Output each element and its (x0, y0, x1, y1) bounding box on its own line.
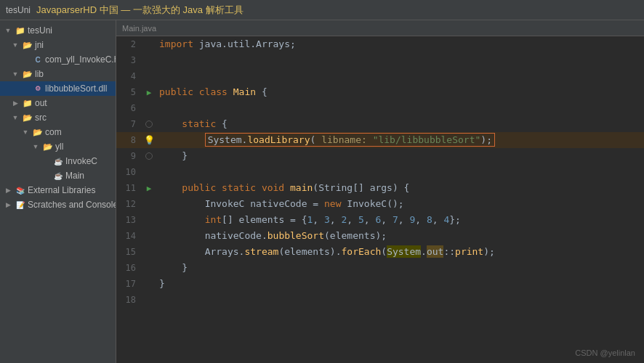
expand-icon: ▼ (10, 40, 20, 50)
run-icon[interactable]: ▶ (147, 184, 152, 193)
line-number: 14 (116, 231, 142, 241)
spacer-icon (41, 156, 51, 166)
tree-label-lib: lib (35, 69, 44, 79)
line-number: 16 (116, 263, 142, 273)
tree-label-main: Main (65, 171, 84, 181)
line-number: 13 (116, 215, 142, 225)
code-content: 2 import java.util.Arrays; 3 4 5 ▶ (116, 36, 644, 308)
tree-label-invokec: InvokeC (65, 156, 97, 166)
expand-icon: ▶ (3, 185, 13, 195)
spacer-icon (41, 171, 51, 181)
line-number: 8 (116, 135, 142, 145)
tree-label-dll: libbubbleSort.dll (45, 83, 107, 94)
line-gutter: ▶ (142, 184, 156, 193)
line-code: int[] elements = {1, 3, 2, 5, 6, 7, 9, 8… (156, 212, 461, 228)
folder-icon: 📂 (23, 69, 33, 79)
line-number: 17 (116, 279, 142, 289)
warning-icon: 💡 (144, 135, 155, 145)
tree-label-root: tesUni (28, 25, 52, 36)
tree-item-invokec[interactable]: ☕ InvokeC (0, 154, 116, 168)
line-code: public static void main(String[] args) { (156, 180, 409, 196)
line-number: 3 (116, 55, 142, 65)
tree-label-ext-lib: External Libraries (28, 185, 95, 195)
code-line-12: 12 InvokeC nativeCode = new InvokeC(); (116, 196, 644, 212)
code-line-18: 18 (116, 292, 644, 308)
tree-item-root[interactable]: ▼ 📁 tesUni (0, 23, 116, 38)
folder-icon: 📂 (33, 127, 43, 137)
watermark: CSDN @yelinlan (575, 348, 635, 357)
tree-item-src[interactable]: ▼ 📂 src (0, 110, 116, 125)
code-line-7: 7 static { (116, 116, 644, 132)
title-bar: tesUni JavaparserHD 中国 — 一款强大的 Java 解析工具 (0, 0, 644, 20)
code-line-9: 9 } (116, 148, 644, 164)
folder-icon: 📂 (43, 142, 53, 152)
code-line-14: 14 nativeCode.bubbleSort(elements); (116, 228, 644, 244)
run-icon[interactable]: ▶ (147, 88, 152, 97)
line-number: 6 (116, 103, 142, 113)
line-code: static { (156, 116, 228, 132)
line-number: 4 (116, 71, 142, 81)
line-gutter: ▶ (142, 88, 156, 97)
ext-lib-icon: 📚 (15, 185, 25, 195)
line-number: 11 (116, 183, 142, 193)
breakpoint-dot[interactable] (145, 121, 153, 128)
code-line-13: 13 int[] elements = {1, 3, 2, 5, 6, 7, 9… (116, 212, 644, 228)
line-code: } (156, 260, 188, 276)
project-name: tesUni (6, 5, 31, 15)
expand-icon: ▼ (10, 113, 20, 123)
line-number: 9 (116, 151, 142, 161)
tree-label-out: out (35, 98, 47, 108)
expand-icon: ▼ (3, 25, 13, 36)
line-gutter: 💡 (142, 135, 156, 145)
tree-item-jni[interactable]: ▼ 📂 jni (0, 38, 116, 52)
expand-icon: ▼ (10, 69, 20, 79)
tree-item-ext-lib[interactable]: ▶ 📚 External Libraries (0, 183, 116, 197)
project-folder-icon: 📁 (15, 25, 25, 36)
tree-label-invoke-h: com_yll_InvokeC.h (45, 54, 116, 65)
tree-label-com: com (45, 127, 62, 137)
expand-icon: ▶ (10, 98, 20, 108)
tree-label-jni: jni (35, 40, 44, 50)
tree-label-scratches: Scratches and Consoles (28, 200, 116, 210)
line-code: public class Main { (156, 84, 267, 100)
code-line-4: 4 (116, 68, 644, 84)
code-line-15: 15 Arrays.stream(elements).forEach(Syste… (116, 244, 644, 260)
line-number: 5 (116, 87, 142, 97)
tree-item-main[interactable]: ☕ Main (0, 168, 116, 183)
line-code: System.loadLibrary( libname: "lib/libbub… (156, 132, 495, 148)
project-tree[interactable]: ▼ 📁 tesUni ▼ 📂 jni C com_yll_InvokeC.h ▼… (0, 20, 116, 363)
folder-icon: 📂 (23, 40, 33, 50)
code-line-8: 8 💡 System.loadLibrary( libname: "lib/li… (116, 132, 644, 148)
line-code: } (156, 148, 188, 164)
breakpoint-dot[interactable] (145, 152, 153, 160)
code-line-10: 10 (116, 164, 644, 180)
java-main-icon: ☕ (53, 171, 63, 181)
tree-item-com[interactable]: ▼ 📂 com (0, 125, 116, 139)
spacer-icon (20, 83, 31, 94)
line-number: 15 (116, 247, 142, 257)
line-gutter (142, 152, 156, 160)
line-code: Arrays.stream(elements).forEach(System.o… (156, 244, 495, 260)
code-line-16: 16 } (116, 260, 644, 276)
tree-item-yll[interactable]: ▼ 📂 yll (0, 139, 116, 154)
spacer-icon (20, 54, 31, 65)
breadcrumb: Main.java (116, 20, 644, 36)
tree-label-src: src (35, 113, 47, 123)
code-line-3: 3 (116, 52, 644, 68)
tree-item-scratches[interactable]: ▶ 📝 Scratches and Consoles (0, 197, 116, 212)
code-editor[interactable]: Main.java 2 import java.util.Arrays; 3 4 (116, 20, 644, 363)
code-line-6: 6 (116, 100, 644, 116)
c-file-icon: C (33, 54, 43, 65)
code-line-17: 17 } (116, 276, 644, 292)
line-code: } (156, 276, 165, 292)
tree-item-out[interactable]: ▶ 📁 out (0, 96, 116, 110)
tree-item-invoke-h[interactable]: C com_yll_InvokeC.h (0, 52, 116, 67)
code-line-11: 11 ▶ public static void main(String[] ar… (116, 180, 644, 196)
folder-icon: 📂 (23, 113, 33, 123)
tree-item-dll[interactable]: ⚙ libbubbleSort.dll (0, 81, 116, 96)
expand-icon: ▶ (3, 200, 13, 210)
expand-icon: ▼ (31, 142, 41, 152)
expand-icon: ▼ (20, 127, 31, 137)
tree-item-lib[interactable]: ▼ 📂 lib (0, 67, 116, 81)
line-number: 18 (116, 295, 142, 305)
